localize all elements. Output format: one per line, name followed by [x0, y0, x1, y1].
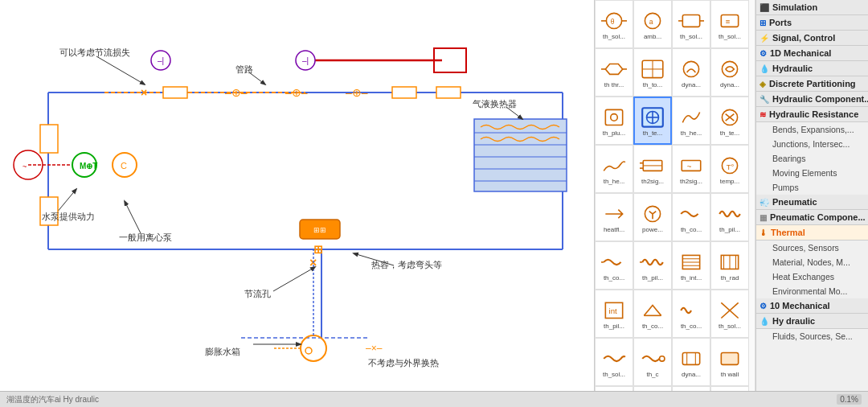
tree-item-t6[interactable]: ◈Discrete Partitioning — [756, 76, 868, 92]
status-text-left: 湖温度的汽车ai Hy draulic — [6, 394, 837, 405]
component-cell-c21[interactable]: th_co... — [595, 241, 633, 290]
component-cell-c24[interactable]: th_rad — [710, 241, 749, 290]
component-icon — [601, 153, 627, 179]
component-cell-c15[interactable]: ~th2sig... — [672, 145, 710, 193]
tree-item-t1[interactable]: ⬛Simulation — [756, 0, 868, 15]
component-icon — [717, 346, 743, 372]
tree-item-t8e[interactable]: Pumps — [756, 180, 868, 195]
annotation-2: 管路 — [235, 64, 253, 76]
component-cell-c22[interactable]: th_pil... — [633, 241, 672, 290]
tree-label: Hy draulic — [772, 316, 815, 326]
component-label: th_pil... — [604, 323, 624, 331]
component-cell-c27[interactable]: th_co... — [672, 290, 710, 338]
component-cell-c23[interactable]: th_int... — [672, 241, 710, 290]
tree-item-t11d[interactable]: Environmental Mo... — [756, 284, 868, 298]
svg-rect-46 — [40, 125, 58, 153]
component-cell-c4[interactable]: ≡th_sol... — [710, 0, 749, 48]
status-bar: 湖温度的汽车ai Hy draulic 0.1% — [0, 391, 868, 407]
tree-item-t8c[interactable]: Bearings — [756, 151, 868, 166]
svg-point-29 — [305, 347, 312, 354]
component-cell-c9[interactable]: th_plu... — [595, 97, 633, 145]
tree-item-t11c[interactable]: Heat Exchanges — [756, 269, 868, 284]
component-cell-c16[interactable]: T°temp... — [710, 145, 749, 193]
svg-text:≡: ≡ — [726, 17, 731, 26]
tree-label: Moving Elements — [772, 168, 837, 178]
tree-label: Environmental Mo... — [772, 286, 847, 296]
tree-item-t8d[interactable]: Moving Elements — [756, 166, 868, 180]
tree-label: Pneumatic — [772, 197, 817, 207]
component-label: th_plu... — [603, 130, 625, 138]
component-icon — [678, 298, 704, 323]
svg-text:a: a — [649, 18, 653, 26]
component-cell-c8[interactable]: dyna... — [710, 48, 749, 97]
svg-point-12 — [72, 153, 96, 177]
component-cell-c12[interactable]: th_te... — [710, 97, 749, 145]
tree-label: Fluids, Sources, Se... — [772, 331, 853, 341]
svg-rect-71 — [605, 109, 622, 125]
svg-point-10 — [14, 150, 43, 179]
component-cell-c1[interactable]: θth_sol... — [595, 0, 633, 48]
component-cell-c28[interactable]: th_sol... — [710, 290, 749, 338]
status-zoom: 0.1% — [837, 394, 862, 405]
tree-icon-mech10: ⚙ — [760, 302, 767, 310]
tree-icon-pneumatic: 💨 — [760, 198, 769, 207]
svg-line-39 — [56, 189, 76, 213]
annotation-4: 热容，考虑弯头等 — [371, 259, 442, 271]
tree-label: 1D Mechanical — [770, 48, 831, 58]
component-cell-c25[interactable]: intth_pil... — [595, 290, 633, 338]
component-icon — [717, 56, 743, 82]
tree-item-t4[interactable]: ⚙1D Mechanical — [756, 46, 868, 61]
tree-item-t8b[interactable]: Junctions, Intersec... — [756, 137, 868, 151]
component-icon: T° — [717, 153, 743, 179]
component-cell-c13[interactable]: th_he... — [595, 145, 633, 193]
component-cell-c5[interactable]: th thr... — [595, 48, 633, 97]
tree-item-t14[interactable]: Fluids, Sources, Se... — [756, 329, 868, 343]
svg-text:~: ~ — [23, 162, 27, 171]
component-cell-c29[interactable]: th_sol... — [595, 338, 633, 386]
tree-item-t10[interactable]: ▦Pneumatic Compone... — [756, 210, 868, 225]
component-cell-c10[interactable]: th_te... — [633, 97, 672, 145]
tree-item-t2[interactable]: ⊞Ports — [756, 15, 868, 31]
component-cell-c18[interactable]: powe... — [633, 193, 672, 241]
tree-label: Hydraulic — [772, 64, 813, 73]
component-cell-c26[interactable]: th_co... — [633, 290, 672, 338]
component-cell-c30[interactable]: th_c — [633, 338, 672, 386]
component-label: th_sol... — [719, 34, 741, 41]
svg-text:⊞: ⊞ — [313, 243, 323, 256]
component-cell-c32[interactable]: th wall — [710, 338, 749, 386]
tree-item-t5[interactable]: 💧Hydraulic — [756, 61, 868, 76]
component-icon — [678, 56, 704, 82]
tree-item-t7[interactable]: 🔧Hydraulic Component... — [756, 92, 868, 107]
component-cell-c17[interactable]: heatfl... — [595, 193, 633, 241]
svg-rect-8 — [434, 48, 466, 72]
component-cell-c19[interactable]: th_co... — [672, 193, 710, 241]
annotation-9: 一般用离心泵 — [119, 232, 172, 244]
tree-item-t3[interactable]: ⚡Signal, Control — [756, 31, 868, 46]
svg-text:–|: –| — [302, 56, 309, 65]
svg-point-14 — [113, 153, 137, 177]
component-cell-c20[interactable]: th_pil... — [710, 193, 749, 241]
component-cell-c7[interactable]: dyna... — [672, 48, 710, 97]
svg-rect-47 — [40, 197, 58, 225]
right-panel: θth_sol...aamb...th_sol...≡th_sol...th t… — [595, 0, 868, 407]
svg-text:T°: T° — [727, 162, 735, 171]
tree-item-t9[interactable]: 💨Pneumatic — [756, 195, 868, 210]
tree-item-t8a[interactable]: Bends, Expansions,... — [756, 122, 868, 137]
tree-item-t11b[interactable]: Material, Nodes, M... — [756, 255, 868, 269]
component-cell-c31[interactable]: dyna... — [672, 338, 710, 386]
component-cell-c6[interactable]: th_to... — [633, 48, 672, 97]
component-icon — [640, 346, 665, 372]
component-icon: a — [640, 8, 665, 34]
component-cell-c3[interactable]: th_sol... — [672, 0, 710, 48]
tree-item-t13[interactable]: 💧Hy draulic — [756, 314, 868, 329]
tree-item-t11[interactable]: 🌡Thermal — [756, 225, 868, 240]
tree-item-t12[interactable]: ⚙10 Mechanical — [756, 298, 868, 314]
component-label: dyna... — [682, 82, 701, 89]
component-cell-c2[interactable]: aamb... — [633, 0, 672, 48]
component-cell-c11[interactable]: th_he... — [672, 97, 710, 145]
component-label: heatfl... — [604, 227, 624, 234]
component-cell-c14[interactable]: th2sig... — [633, 145, 672, 193]
tree-item-t11a[interactable]: Sources, Sensors — [756, 240, 868, 255]
canvas-area[interactable]: ~ M⊕T C × –⊕– –⊕– –⊕– ⊞ × –×– — [0, 0, 595, 407]
tree-item-t8[interactable]: ≋Hydraulic Resistance — [756, 107, 868, 122]
